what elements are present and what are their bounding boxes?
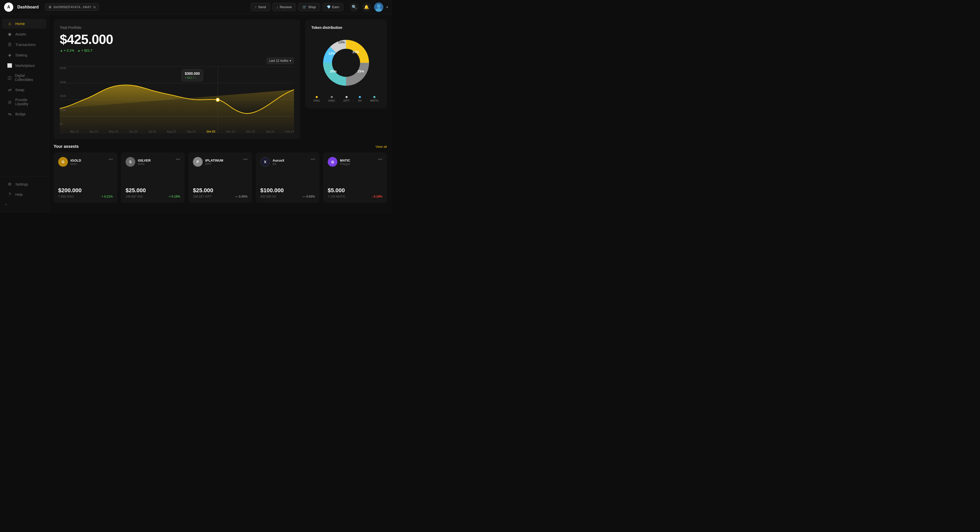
sidebar-item-bridge[interactable]: ⇆ Bridge [2,109,46,119]
asset-card-tgold: G tGOLD tXAU ••• $200.000 7.800 tXAU + 0… [54,152,118,203]
svg-point-1 [377,4,380,8]
chart-area: 600K 450K 300K 150K 0K Mar 23 Apr 23 May… [60,67,294,133]
staking-nav-icon: ◈ [7,53,12,57]
portfolio-card: Total Portfolio $425.000 ▲ + 3.1% ▲ + $2… [54,19,300,139]
provide-liquidity-nav-icon: ◎ [7,100,12,104]
asset-balance-tgold: 7.800 tXAU [58,195,74,198]
view-all-link[interactable]: View all [375,145,387,148]
asset-card-matic: ◎ MATIC Polygon ••• $5.000 7.134 MATIC ↓… [323,152,387,203]
donut-chart: 25% 25% 25% 12% 13% [311,35,381,91]
chart-header: Last 12 moths ▾ [60,57,294,64]
shop-button[interactable]: 🛒 Shop [298,3,320,11]
asset-ticker-tsilver: tXAG [138,162,151,166]
sidebar-item-transactions[interactable]: ☰ Transactions [2,40,46,49]
copy-address-button[interactable]: ⧉ [94,5,96,9]
sidebar-item-assets[interactable]: ◉ Assets [2,29,46,39]
asset-ticker-aurusx: AX [272,162,284,166]
sidebar-item-home[interactable]: ⌂ Home [2,19,46,29]
asset-info-tplatinum: P tPLATINUM tXPT [193,157,223,167]
legend-dot-txpt [345,96,348,98]
shop-icon: 🛒 [302,5,307,9]
asset-change-tsilver: + 0.19% [169,195,180,198]
asset-balance-tsilver: 166.667 tAG [126,195,143,198]
asset-info-matic: ◎ MATIC Polygon [328,157,350,167]
legend-item-txau: tXAU [313,96,320,102]
profile-chevron[interactable]: ▾ [387,5,388,9]
donut-label-txpt: 13% [338,40,345,44]
sidebar-item-staking[interactable]: ◈ Staking [2,50,46,60]
settings-icon: ⚙ [7,182,12,186]
asset-menu-matic[interactable]: ••• [378,157,382,162]
asset-name-matic: MATIC [340,159,350,162]
legend-item-matic: MATIC [370,96,379,102]
asset-change-matic: ↓ 0.19% [371,195,382,198]
asset-info-aurusx: X AurusX AX [260,157,284,167]
marketplace-nav-icon: ⬜ [7,63,12,68]
legend-dot-ax [359,96,361,98]
asset-balance-matic: 7.134 MATIC [328,195,345,198]
portfolio-changes: ▲ + 3.1% ▲ + $21.7 [60,48,294,53]
sidebar-item-swap[interactable]: ⇄ Swap [2,85,46,95]
assets-grid: G tGOLD tXAU ••• $200.000 7.800 tXAU + 0… [54,152,387,203]
asset-value-aurusx: $100.000 [260,187,315,194]
donut-label-matic: 25% [330,69,337,73]
legend-item-txpt: tXPT [344,96,350,102]
asset-value-tgold: $200.000 [58,187,113,194]
portfolio-value: $425.000 [60,32,294,47]
sidebar-item-help[interactable]: ? Help [2,190,46,199]
portfolio-change-abs: ▲ + $21.7 [77,48,93,53]
asset-ticker-tplatinum: tXPT [205,162,223,166]
donut-label-txau: 25% [352,50,359,54]
receive-button[interactable]: ↓ Receive [272,3,296,11]
asset-menu-tgold[interactable]: ••• [108,157,113,162]
asset-value-tsilver: $25.000 [126,187,180,194]
help-icon: ? [7,192,12,197]
asset-card-header-aurusx: X AurusX AX ••• [260,157,315,167]
asset-icon-tplatinum: P [193,157,203,167]
app-logo: A [4,3,13,12]
app-title: Dashboard [18,5,39,10]
asset-footer-aurusx: 400.000 AX — 0.00% [260,195,315,198]
asset-card-header-tgold: G tGOLD tXAU ••• [58,157,113,167]
arrow-up-icon-2: ▲ [77,48,81,53]
top-row: Total Portfolio $425.000 ▲ + 3.1% ▲ + $2… [54,19,387,139]
asset-info-tsilver: S tSILVER tXAG [126,157,151,167]
asset-card-header-tsilver: S tSILVER tXAG ••• [126,157,180,167]
asset-icon-tsilver: S [126,157,135,167]
asset-icon-matic: ◎ [328,157,337,167]
legend-label-txau: tXAU [313,99,320,102]
asset-menu-tsilver[interactable]: ••• [176,157,180,162]
sidebar-item-provide-liquidity[interactable]: ◎ Provide Liquidity [2,95,46,108]
send-button[interactable]: ↑ Send [251,3,270,11]
collapse-sidebar-button[interactable]: « [0,200,48,209]
period-selector[interactable]: Last 12 moths ▾ [266,57,294,64]
asset-card-header-matic: ◎ MATIC Polygon ••• [328,157,382,167]
asset-footer-tgold: 7.800 tXAU + 0.21% [58,195,113,198]
wallet-address: 🖥 0x03R682F4V474...H64Y ⧉ [45,3,99,11]
notifications-button[interactable]: 🔔 [362,3,371,12]
asset-icon-aurusx: X [260,157,270,167]
avatar [374,3,383,12]
address-text: 0x03R682F4V474...H64Y [54,5,91,9]
sidebar-item-settings[interactable]: ⚙ Settings [2,179,46,189]
legend-item-ax: AX [358,96,362,102]
asset-menu-aurusx[interactable]: ••• [310,157,315,162]
sidebar: ⌂ Home ◉ Assets ☰ Transactions ◈ Staking… [0,14,48,213]
main-content: Total Portfolio $425.000 ▲ + 3.1% ▲ + $2… [48,14,392,213]
asset-change-aurusx: — 0.00% [302,195,315,198]
sidebar-item-digital-collectibles[interactable]: ◫ Digital Collectibles [2,71,46,84]
asset-footer-matic: 7.134 MATIC ↓ 0.19% [328,195,382,198]
asset-menu-tplatinum[interactable]: ••• [243,157,248,162]
assets-title: Your assests [54,144,79,149]
search-button[interactable]: 🔍 [350,3,359,12]
donut-label-txag: 25% [358,69,364,73]
header: A Dashboard 🖥 0x03R682F4V474...H64Y ⧉ ↑ … [0,0,392,14]
swap-nav-icon: ⇄ [7,87,12,92]
sidebar-item-marketplace[interactable]: ⬜ Marketplace [2,61,46,70]
bridge-nav-icon: ⇆ [7,111,12,116]
digital-collectibles-nav-icon: ◫ [7,75,12,80]
asset-name-tgold: tGOLD [70,159,81,162]
earn-button[interactable]: 💎 Earn [322,3,344,11]
asset-ticker-tgold: tXAU [70,162,81,166]
legend-dot-matic [373,96,375,98]
